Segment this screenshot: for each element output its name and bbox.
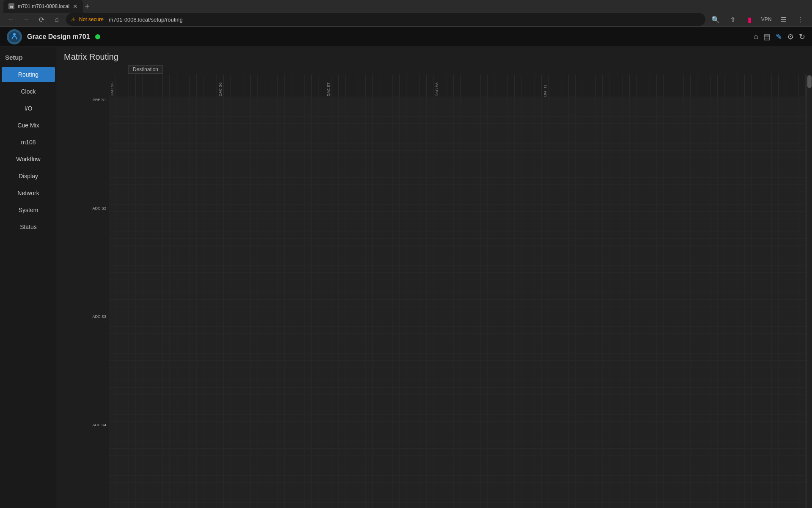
grid-cell[interactable] (677, 354, 684, 361)
grid-cell[interactable] (582, 252, 589, 259)
grid-cell[interactable] (332, 374, 339, 381)
grid-cell[interactable] (332, 157, 339, 164)
grid-cell[interactable] (440, 435, 447, 442)
grid-cell[interactable] (237, 246, 244, 252)
grid-cell[interactable] (521, 259, 528, 266)
grid-cell[interactable] (501, 456, 508, 462)
grid-cell[interactable] (772, 191, 779, 198)
grid-cell[interactable] (433, 469, 440, 476)
grid-cell[interactable] (264, 469, 271, 476)
grid-cell[interactable] (346, 279, 352, 286)
grid-cell[interactable] (542, 178, 549, 185)
grid-cell[interactable] (285, 212, 291, 218)
grid-cell[interactable] (724, 347, 731, 354)
grid-cell[interactable] (596, 503, 603, 508)
grid-cell[interactable] (508, 442, 515, 449)
grid-cell[interactable] (163, 428, 170, 435)
grid-cell[interactable] (636, 361, 643, 367)
grid-cell[interactable] (170, 212, 176, 218)
grid-cell[interactable] (515, 503, 521, 508)
grid-cell[interactable] (467, 422, 474, 428)
grid-cell[interactable] (271, 340, 278, 347)
grid-cell[interactable] (251, 367, 258, 374)
grid-cell[interactable] (400, 130, 406, 137)
grid-cell[interactable] (258, 212, 264, 218)
grid-cell[interactable] (386, 422, 393, 428)
grid-cell[interactable] (136, 279, 143, 286)
grid-cell[interactable] (711, 340, 718, 347)
grid-cell[interactable] (339, 401, 346, 408)
grid-cell[interactable] (542, 191, 549, 198)
grid-cell[interactable] (630, 334, 636, 340)
grid-cell[interactable] (542, 151, 549, 157)
grid-cell[interactable] (650, 252, 657, 259)
grid-cell[interactable] (379, 361, 386, 367)
grid-cell[interactable] (433, 218, 440, 225)
grid-cell[interactable] (332, 306, 339, 313)
table-row[interactable] (109, 137, 806, 144)
grid-cell[interactable] (285, 340, 291, 347)
grid-cell[interactable] (670, 320, 677, 327)
grid-cell[interactable] (325, 218, 332, 225)
grid-cell[interactable] (508, 415, 515, 422)
grid-cell[interactable] (406, 388, 413, 395)
grid-cell[interactable] (298, 395, 305, 401)
grid-cell[interactable] (433, 117, 440, 124)
grid-cell[interactable] (636, 428, 643, 435)
grid-cell[interactable] (115, 469, 122, 476)
grid-cell[interactable] (183, 232, 190, 239)
grid-cell[interactable] (664, 347, 670, 354)
grid-cell[interactable] (366, 354, 373, 361)
grid-cell[interactable] (664, 279, 670, 286)
grid-cell[interactable] (210, 469, 217, 476)
grid-cell[interactable] (549, 401, 555, 408)
grid-cell[interactable] (325, 381, 332, 388)
grid-cell[interactable] (258, 503, 264, 508)
grid-cell[interactable] (305, 462, 312, 469)
grid-cell[interactable] (704, 273, 711, 279)
grid-cell[interactable] (447, 239, 454, 246)
grid-cell[interactable] (474, 462, 481, 469)
grid-cell[interactable] (643, 252, 650, 259)
grid-cell[interactable] (170, 456, 176, 462)
grid-cell[interactable] (271, 483, 278, 489)
grid-cell[interactable] (603, 347, 609, 354)
grid-cell[interactable] (352, 334, 359, 340)
grid-cell[interactable] (346, 476, 352, 483)
grid-cell[interactable] (772, 144, 779, 151)
grid-cell[interactable] (535, 246, 542, 252)
grid-cell[interactable] (616, 137, 623, 144)
grid-cell[interactable] (420, 252, 427, 259)
grid-cell[interactable] (400, 320, 406, 327)
grid-cell[interactable] (596, 164, 603, 171)
grid-cell[interactable] (724, 252, 731, 259)
grid-cell[interactable] (582, 347, 589, 354)
grid-cell[interactable] (339, 239, 346, 246)
grid-cell[interactable] (447, 259, 454, 266)
grid-cell[interactable] (609, 178, 616, 185)
grid-cell[interactable] (318, 367, 325, 374)
grid-cell[interactable] (433, 347, 440, 354)
grid-cell[interactable] (643, 103, 650, 110)
grid-cell[interactable] (278, 286, 285, 293)
grid-cell[interactable] (623, 489, 630, 496)
grid-cell[interactable] (549, 178, 555, 185)
grid-cell[interactable] (400, 191, 406, 198)
grid-cell[interactable] (724, 279, 731, 286)
grid-cell[interactable] (731, 198, 738, 205)
grid-cell[interactable] (454, 191, 461, 198)
grid-cell[interactable] (170, 103, 176, 110)
grid-cell[interactable] (291, 300, 298, 306)
grid-cell[interactable] (454, 476, 461, 483)
table-row[interactable] (109, 327, 806, 334)
grid-cell[interactable] (156, 286, 163, 293)
grid-cell[interactable] (230, 117, 237, 124)
grid-cell[interactable] (474, 171, 481, 178)
grid-cell[interactable] (366, 381, 373, 388)
grid-cell[interactable] (609, 286, 616, 293)
grid-cell[interactable] (731, 462, 738, 469)
grid-cell[interactable] (785, 401, 792, 408)
grid-cell[interactable] (616, 401, 623, 408)
grid-cell[interactable] (589, 225, 596, 232)
grid-cell[interactable] (494, 469, 501, 476)
